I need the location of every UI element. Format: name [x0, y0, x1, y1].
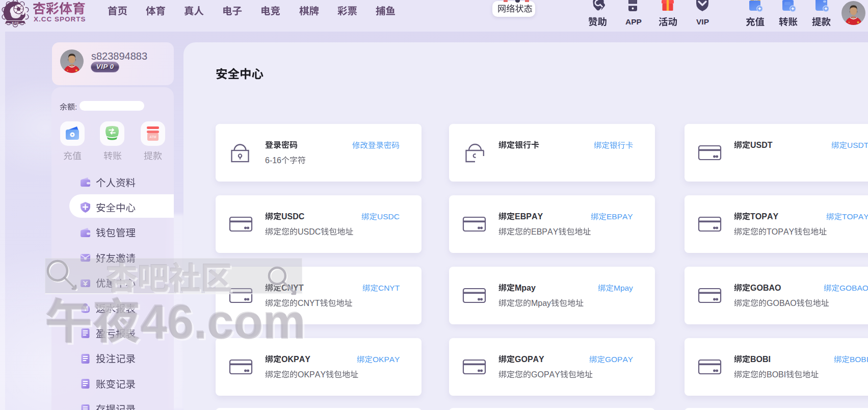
svg-text:P: P — [309, 370, 315, 379]
svg-text:K: K — [379, 355, 384, 364]
svg-text:A: A — [622, 212, 628, 221]
svg-text:y: y — [629, 284, 633, 292]
svg-text:O: O — [537, 370, 543, 379]
svg-text:K: K — [304, 370, 309, 379]
svg-text:P: P — [617, 355, 622, 364]
svg-text:p: p — [538, 299, 542, 308]
svg-text:T: T — [767, 227, 772, 236]
svg-text:U: U — [847, 141, 853, 149]
svg-text:P: P — [294, 355, 299, 364]
svg-text:A: A — [315, 370, 321, 379]
svg-text:A: A — [858, 212, 863, 221]
svg-text:S: S — [756, 141, 762, 149]
svg-text:A: A — [767, 212, 773, 221]
svg-text:G: G — [515, 355, 521, 364]
svg-text:Y: Y — [320, 370, 326, 379]
svg-text:P: P — [853, 212, 858, 221]
svg-text:S: S — [304, 227, 309, 236]
svg-text:y: y — [547, 299, 551, 308]
svg-text:P: P — [761, 212, 767, 221]
svg-text:A: A — [533, 355, 539, 364]
svg-text:B: B — [763, 284, 769, 292]
svg-text:C: C — [315, 227, 321, 236]
svg-text:Y: Y — [555, 370, 560, 379]
svg-text:O: O — [847, 212, 853, 221]
svg-text:D: D — [761, 141, 768, 149]
svg-text:N: N — [384, 284, 389, 292]
svg-text:O: O — [772, 370, 778, 379]
svg-text:S: S — [383, 212, 388, 221]
svg-text:-: - — [270, 156, 272, 165]
svg-text:P: P — [542, 227, 547, 236]
svg-text:.: . — [194, 295, 207, 349]
svg-text:E: E — [531, 227, 537, 236]
svg-text:y: y — [531, 284, 536, 292]
svg-text:O: O — [611, 355, 617, 364]
svg-text:M: M — [614, 284, 620, 292]
svg-text:E: E — [607, 212, 612, 221]
svg-text:Y: Y — [305, 355, 310, 364]
svg-text:O: O — [298, 370, 304, 379]
svg-text:G: G — [839, 284, 846, 292]
svg-text:S: S — [287, 212, 293, 221]
svg-text:A: A — [547, 227, 553, 236]
svg-text:p: p — [620, 284, 625, 292]
svg-text:B: B — [850, 355, 855, 364]
svg-text:T: T — [750, 212, 755, 221]
svg-text:A: A — [857, 284, 863, 292]
svg-text:B: B — [750, 355, 756, 364]
svg-text:P: P — [526, 212, 532, 221]
svg-text:a: a — [527, 284, 531, 292]
svg-text:O: O — [773, 299, 779, 308]
svg-text:Y: Y — [389, 284, 394, 292]
svg-text:6: 6 — [265, 156, 270, 165]
svg-text:A: A — [769, 284, 775, 292]
svg-text:D: D — [309, 227, 315, 236]
svg-text:P: P — [778, 227, 783, 236]
svg-text:A: A — [549, 370, 555, 379]
svg-text:P: P — [528, 355, 533, 364]
svg-text:G: G — [750, 284, 756, 292]
svg-text:A: A — [622, 355, 628, 364]
svg-text:K: K — [287, 355, 294, 364]
svg-text:ATM: ATM — [149, 135, 156, 139]
svg-text:1: 1 — [272, 156, 277, 165]
svg-text:B: B — [767, 370, 772, 379]
svg-text:m: m — [263, 295, 306, 349]
svg-text:G: G — [531, 370, 537, 379]
svg-text:o: o — [234, 295, 263, 349]
svg-text:p: p — [521, 284, 527, 292]
svg-text:U: U — [281, 212, 287, 221]
svg-text:O: O — [521, 355, 527, 364]
svg-text:B: B — [520, 212, 527, 221]
svg-text:a: a — [625, 284, 629, 292]
svg-text:A: A — [532, 212, 538, 221]
svg-text:T: T — [315, 299, 320, 308]
svg-text:X.CC: X.CC — [12, 21, 19, 24]
svg-text:B: B — [861, 355, 866, 364]
svg-text:6: 6 — [277, 156, 281, 165]
svg-text:O: O — [756, 355, 762, 364]
svg-text:Y: Y — [394, 355, 400, 364]
svg-text:B: B — [537, 227, 542, 236]
svg-text:D: D — [388, 212, 394, 221]
svg-text:Y: Y — [539, 355, 544, 364]
svg-text:Y: Y — [628, 212, 633, 221]
svg-text:G: G — [767, 299, 773, 308]
svg-text:I: I — [769, 355, 771, 364]
svg-text:B: B — [612, 212, 617, 221]
svg-text:O: O — [790, 299, 796, 308]
svg-text:B: B — [762, 355, 769, 364]
svg-text:O: O — [756, 284, 762, 292]
svg-text:B: B — [779, 299, 785, 308]
svg-text:D: D — [293, 212, 299, 221]
svg-text:M: M — [531, 299, 538, 308]
svg-text:O: O — [755, 212, 761, 221]
svg-text:P: P — [384, 355, 389, 364]
svg-text:U: U — [298, 227, 304, 236]
svg-text:U: U — [750, 141, 756, 149]
svg-text:A: A — [389, 355, 394, 364]
svg-text:O: O — [775, 284, 781, 292]
svg-text:G: G — [605, 355, 611, 364]
svg-text:B: B — [778, 370, 784, 379]
